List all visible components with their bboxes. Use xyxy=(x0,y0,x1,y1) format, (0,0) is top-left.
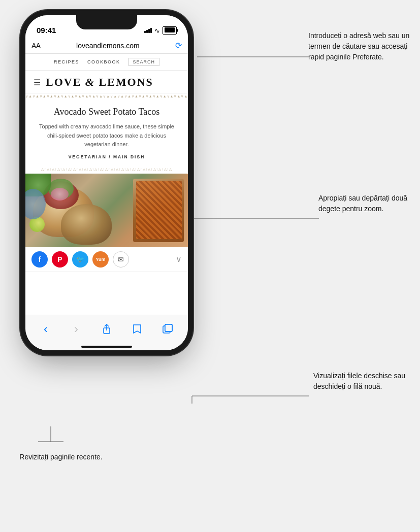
refresh-icon[interactable]: ⟳ xyxy=(175,41,182,50)
more-share-button[interactable]: ∨ xyxy=(176,254,182,264)
address-bar[interactable]: AA loveandlemons.com ⟳ xyxy=(25,38,188,54)
nav-cookbook[interactable]: COOKBOOK xyxy=(87,59,120,64)
mail-share-button[interactable]: ✉ xyxy=(113,251,129,268)
status-icons: ∿ xyxy=(144,26,177,35)
home-indicator xyxy=(81,346,132,348)
phone-frame: 09:41 ∿ AA loveandlemons.com ⟳ RECIPES C… xyxy=(25,15,188,350)
annotation-mid-right: Apropiați sau depărtați două degete pent… xyxy=(318,193,415,214)
site-header: ☰ LOVE & LEMONS xyxy=(25,71,188,93)
battery-icon xyxy=(163,26,177,35)
twitter-icon: 🐦 xyxy=(76,255,84,263)
share-button[interactable] xyxy=(98,320,116,338)
back-button[interactable]: ‹ xyxy=(37,320,55,338)
site-logo: LOVE & LEMONS xyxy=(46,76,153,89)
annotation-bottom-left: Revizitați paginile recente. xyxy=(15,452,107,462)
safari-toolbar: ‹ › xyxy=(25,315,188,350)
food-image xyxy=(25,174,188,247)
article-category: VEGETARIAN / MAIN DISH xyxy=(36,154,178,159)
url-field[interactable]: loveandlemons.com xyxy=(45,42,171,50)
yummly-icon: Yum xyxy=(95,257,105,262)
pinterest-icon: P xyxy=(57,255,62,263)
annotation-bottom-right: Vizualizați filele deschise sau deschide… xyxy=(313,371,415,392)
aa-button[interactable]: AA xyxy=(31,42,41,50)
notch xyxy=(76,15,137,29)
facebook-icon: f xyxy=(39,255,41,263)
article-title: Avocado Sweet Potato Tacos xyxy=(36,107,178,117)
nav-recipes[interactable]: RECIPES xyxy=(54,59,79,64)
social-bar: f P 🐦 Yum ✉ ∨ xyxy=(25,247,188,272)
annotation-top-right: Introduceți o adresă web sau un termen d… xyxy=(308,30,415,62)
yummly-share-button[interactable]: Yum xyxy=(92,251,109,268)
facebook-share-button[interactable]: f xyxy=(31,251,48,268)
deco-line-top: ∨▲∨▲∨▲∨▲∨▲∨▲∨▲∨▲∨▲∨▲∨▲∨▲∨▲∨▲∨▲∨▲∨▲∨▲∨▲∨▲… xyxy=(25,93,188,99)
share-icon xyxy=(101,323,112,335)
tabs-button[interactable] xyxy=(158,320,177,338)
status-time: 09:41 xyxy=(37,26,56,35)
status-bar: 09:41 ∿ xyxy=(25,15,188,38)
back-icon: ‹ xyxy=(44,322,48,336)
tabs-icon xyxy=(162,323,173,335)
hamburger-icon[interactable]: ☰ xyxy=(34,78,41,87)
mail-icon: ✉ xyxy=(118,255,124,263)
bookmarks-icon xyxy=(132,323,143,335)
bookmarks-button[interactable] xyxy=(128,320,146,338)
deco-line-bottom: △↑△↑△↑△↑△↑△↑△↑△↑△↑△↑△↑△↑△↑△↑△↑△↑△↑△↑△↑△↑… xyxy=(25,167,188,173)
site-nav: RECIPES COOKBOOK SEARCH xyxy=(25,54,188,71)
article-content: Avocado Sweet Potato Tacos Topped with c… xyxy=(25,99,188,167)
svg-rect-10 xyxy=(165,324,172,331)
nav-search[interactable]: SEARCH xyxy=(128,58,160,66)
twitter-share-button[interactable]: 🐦 xyxy=(72,251,88,268)
pinterest-share-button[interactable]: P xyxy=(52,251,68,268)
forward-button[interactable]: › xyxy=(67,320,85,338)
chevron-down-icon: ∨ xyxy=(176,255,182,263)
forward-icon: › xyxy=(74,322,78,336)
signal-bars-icon xyxy=(144,28,152,33)
article-description: Topped with creamy avocado lime sauce, t… xyxy=(36,122,178,149)
wifi-icon: ∿ xyxy=(154,27,160,35)
